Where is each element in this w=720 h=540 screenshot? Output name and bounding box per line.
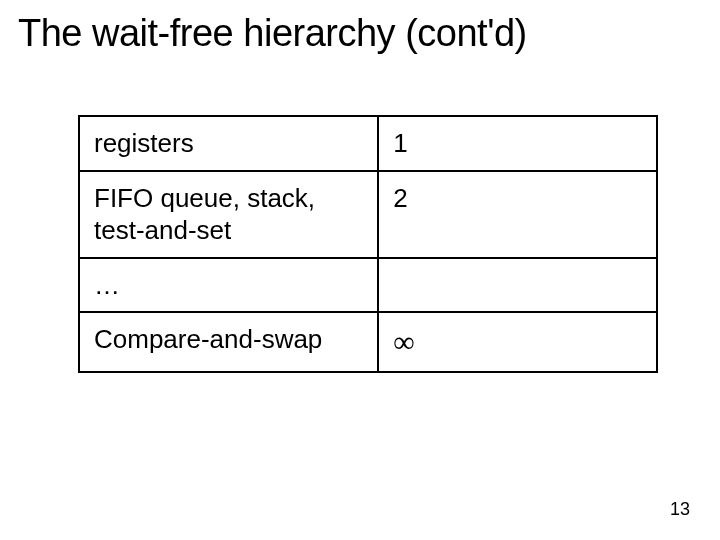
hierarchy-table: registers 1 FIFO queue, stack, test-and-… [78,115,658,373]
table-cell-value: ∞ [378,312,657,372]
table-cell-label: … [79,258,378,313]
table-row: … [79,258,657,313]
slide: The wait-free hierarchy (cont'd) registe… [0,0,720,540]
table-cell-label: FIFO queue, stack, test-and-set [79,171,378,258]
table-cell-label: Compare-and-swap [79,312,378,372]
infinity-symbol: ∞ [393,325,414,358]
table-cell-label: registers [79,116,378,171]
page-number: 13 [670,499,690,520]
table-cell-value: 2 [378,171,657,258]
table-cell-value: 1 [378,116,657,171]
table-cell-value [378,258,657,313]
slide-title: The wait-free hierarchy (cont'd) [18,12,702,55]
table-row: FIFO queue, stack, test-and-set 2 [79,171,657,258]
table-row: registers 1 [79,116,657,171]
table-row: Compare-and-swap ∞ [79,312,657,372]
